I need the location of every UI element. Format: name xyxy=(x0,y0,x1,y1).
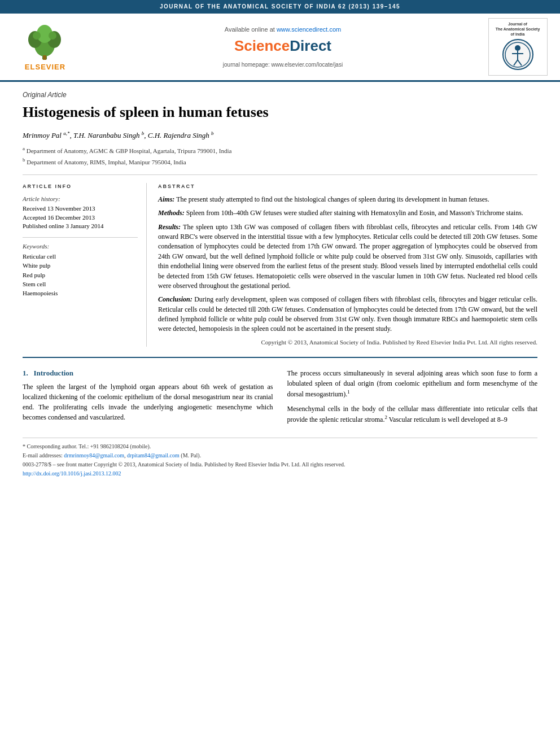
abstract-copyright: Copyright © 2013, Anatomical Society of … xyxy=(158,338,537,347)
elsevier-logo: ELSEVIER xyxy=(11,21,79,72)
keyword-5: Haemopoiesis xyxy=(23,289,138,298)
divider-after-affiliations xyxy=(23,174,537,175)
email-note: E-mail addresses: drmrinmoy84@gmail.com,… xyxy=(23,452,537,460)
abstract-aims: Aims: The present study attempted to fin… xyxy=(158,195,537,204)
abstract-conclusion: Conclusion: During early development, sp… xyxy=(158,295,537,334)
corresponding-author-note: * Corresponding author. Tel.: +91 986210… xyxy=(23,443,537,451)
article-info-col: ARTICLE INFO Article history: Received 1… xyxy=(23,183,147,347)
published-online-date: Published online 3 January 2014 xyxy=(23,222,138,230)
doi-link[interactable]: http://dx.doi.org/10.1016/j.jasi.2013.12… xyxy=(23,470,537,478)
keyword-1: Reticular cell xyxy=(23,252,138,261)
footnote-area: * Corresponding author. Tel.: +91 986210… xyxy=(23,438,537,478)
journal-logo-right: Journal ofThe Anatomical Societyof India xyxy=(487,18,549,76)
sciencedirect-url[interactable]: www.sciencedirect.com xyxy=(277,26,341,33)
intro-para-1: The spleen the largest of the lymphoid o… xyxy=(23,382,273,422)
affiliation-b: b Department of Anatomy, RIMS, Imphal, M… xyxy=(23,156,537,167)
journal-logo-title: Journal ofThe Anatomical Societyof India xyxy=(492,21,544,37)
article-type-label: Original Article xyxy=(23,90,537,100)
svg-line-13 xyxy=(518,60,522,65)
body-divider xyxy=(23,357,537,358)
history-heading: Article history: xyxy=(23,195,138,203)
elsevier-tree-icon xyxy=(23,21,68,61)
journal-banner: JOURNAL OF THE ANATOMICAL SOCIETY OF IND… xyxy=(0,0,560,14)
intro-para-3: Mesenchymal cells in the body of the cel… xyxy=(287,404,538,425)
email-2[interactable]: drpitam84@gmail.com xyxy=(127,452,180,458)
abstract-results: Results: The spleen upto 13th GW was com… xyxy=(158,222,537,291)
journal-homepage-link: journal homepage: www.elsevier.com/locat… xyxy=(79,61,487,69)
svg-point-6 xyxy=(49,32,56,40)
keywords-section: Keywords: Reticular cell White pulp Red … xyxy=(23,237,138,298)
keyword-3: Red pulp xyxy=(23,271,138,279)
body-right-col: The process occurs simultaneously in sev… xyxy=(287,368,538,429)
article-info-abstract: ARTICLE INFO Article history: Received 1… xyxy=(23,183,537,347)
copyright-note: 0003-2778/$ – see front matter Copyright… xyxy=(23,461,537,469)
svg-rect-7 xyxy=(43,55,46,60)
main-content: Original Article Histogenesis of spleen … xyxy=(0,82,560,486)
sciencedirect-logo: ScienceDirect xyxy=(79,36,487,56)
journal-logo-emblem xyxy=(502,39,533,70)
body-left-col: 1. Introduction The spleen the largest o… xyxy=(23,368,273,429)
elsevier-brand-text: ELSEVIER xyxy=(25,62,65,72)
svg-point-5 xyxy=(33,32,41,40)
abstract-col: ABSTRACT Aims: The present study attempt… xyxy=(158,183,537,347)
keywords-heading: Keywords: xyxy=(23,242,138,251)
keyword-2: White pulp xyxy=(23,261,138,270)
article-title: Histogenesis of spleen in human fetuses xyxy=(23,103,537,122)
keyword-4: Stem cell xyxy=(23,280,138,289)
introduction-title: 1. Introduction xyxy=(23,368,273,378)
journal-header: ELSEVIER Available online at www.science… xyxy=(0,14,560,82)
available-online-text: Available online at www.sciencedirect.co… xyxy=(79,25,487,34)
accepted-date: Accepted 16 December 2013 xyxy=(23,213,138,222)
authors-line: Mrinmoy Pal a,*, T.H. Naranbabu Singh b,… xyxy=(23,130,537,141)
affiliation-a: a Department of Anatomy, AGMC & GBP Hosp… xyxy=(23,145,537,155)
email-1[interactable]: drmrinmoy84@gmail.com xyxy=(64,452,124,458)
article-info-label: ARTICLE INFO xyxy=(23,183,138,190)
svg-line-12 xyxy=(514,60,518,65)
abstract-methods: Methods: Spleen from 10th–40th GW fetuse… xyxy=(158,208,537,218)
intro-para-2: The process occurs simultaneously in sev… xyxy=(287,368,538,399)
received-date: Received 13 November 2013 xyxy=(23,204,138,213)
body-section: 1. Introduction The spleen the largest o… xyxy=(23,368,537,429)
abstract-label: ABSTRACT xyxy=(158,183,537,190)
header-center: Available online at www.sciencedirect.co… xyxy=(79,23,487,72)
svg-point-9 xyxy=(515,45,520,51)
article-history: Article history: Received 13 November 20… xyxy=(23,195,138,231)
